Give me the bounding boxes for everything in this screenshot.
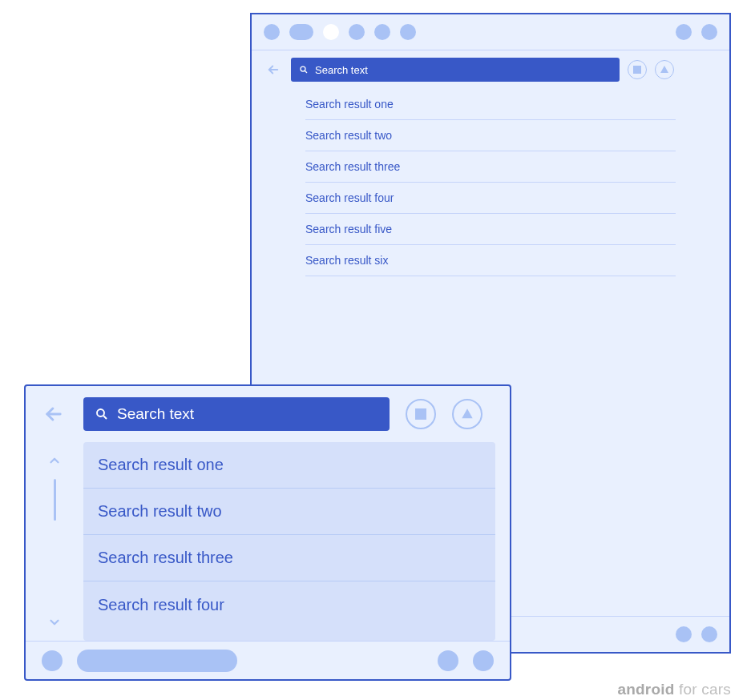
result-item[interactable]: Search result four: [305, 183, 676, 214]
action-play-button[interactable]: [655, 60, 674, 79]
svg-rect-2: [633, 66, 641, 74]
sysbar-pill-icon: [289, 24, 313, 40]
scrollbar[interactable]: [26, 442, 83, 641]
scroll-thumb[interactable]: [54, 479, 56, 521]
stop-icon: [415, 408, 426, 420]
window-small: Search text Search result one Search res…: [24, 384, 511, 681]
back-button[interactable]: [40, 400, 67, 428]
search-input[interactable]: Search text: [83, 397, 390, 431]
sysbar-dot-icon: [42, 650, 63, 671]
sysbar-dot-icon: [374, 24, 390, 40]
system-bar-top: [252, 14, 729, 50]
footer-brand-bold: android: [617, 681, 674, 698]
footer-brand: android for cars: [617, 681, 731, 698]
arrow-left-icon: [266, 62, 281, 77]
svg-line-5: [103, 416, 107, 419]
result-item[interactable]: Search result four: [83, 581, 495, 628]
results-list-small: Search result one Search result two Sear…: [83, 442, 495, 641]
action-stop-button[interactable]: [406, 399, 436, 429]
svg-marker-3: [660, 66, 668, 73]
chevron-down-icon[interactable]: [47, 615, 62, 630]
results-list-large: Search result one Search result two Sear…: [252, 89, 729, 276]
result-item[interactable]: Search result one: [305, 89, 676, 120]
footer-brand-rest: for cars: [675, 681, 731, 698]
svg-line-1: [305, 71, 308, 74]
action-stop-button[interactable]: [628, 60, 647, 79]
result-item[interactable]: Search result two: [83, 489, 495, 535]
search-icon: [95, 407, 109, 421]
svg-rect-6: [415, 408, 426, 420]
sysbar-dot-icon: [676, 24, 692, 40]
svg-point-4: [97, 409, 104, 416]
sysbar-dot-icon: [349, 24, 365, 40]
search-icon: [299, 65, 309, 74]
result-item[interactable]: Search result two: [305, 120, 676, 151]
play-up-icon: [461, 408, 474, 420]
app-bar-small: Search text: [26, 386, 510, 442]
sysbar-dot-icon: [701, 24, 717, 40]
sysbar-dot-icon: [701, 626, 717, 642]
sysbar-dot-icon: [473, 650, 494, 671]
search-placeholder: Search text: [117, 405, 194, 423]
result-item[interactable]: Search result three: [83, 535, 495, 581]
sysbar-dot-icon: [438, 650, 458, 671]
system-bar-bottom: [26, 641, 510, 679]
result-item[interactable]: Search result one: [83, 442, 495, 489]
back-button[interactable]: [264, 60, 283, 79]
svg-marker-7: [462, 408, 472, 418]
sysbar-pill-icon: [77, 650, 237, 672]
stop-icon: [633, 66, 641, 74]
result-item[interactable]: Search result three: [305, 151, 676, 183]
action-play-button[interactable]: [452, 399, 482, 429]
search-placeholder: Search text: [315, 64, 368, 76]
result-item[interactable]: Search result six: [305, 245, 676, 276]
arrow-left-icon: [42, 403, 65, 425]
result-item[interactable]: Search result five: [305, 214, 676, 245]
sysbar-dot-selected-icon: [323, 24, 339, 40]
sysbar-dot-icon: [264, 24, 280, 40]
sysbar-dot-icon: [400, 24, 416, 40]
app-bar-large: Search text: [252, 50, 729, 89]
play-up-icon: [660, 65, 669, 74]
sysbar-dot-icon: [676, 626, 692, 642]
chevron-up-icon[interactable]: [47, 453, 62, 468]
search-input[interactable]: Search text: [291, 58, 620, 82]
svg-point-0: [301, 66, 305, 71]
